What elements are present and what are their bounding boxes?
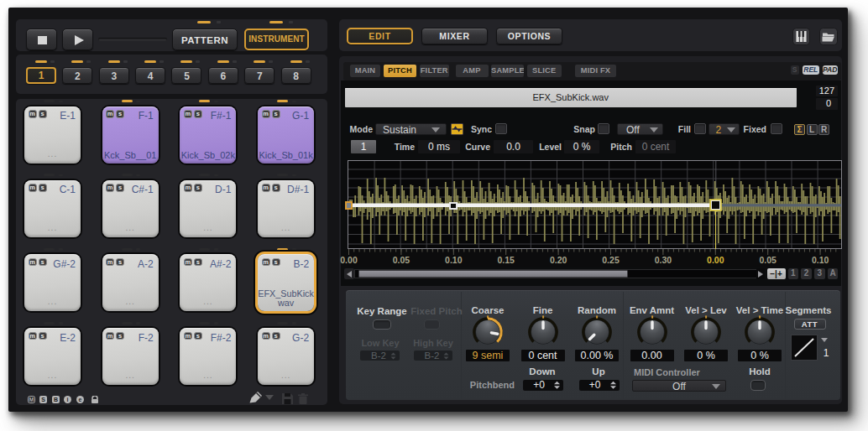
svg-text:0.05: 0.05 xyxy=(393,255,410,265)
svg-text:B: B xyxy=(54,397,58,402)
svg-text:0.00: 0.00 xyxy=(340,255,358,265)
svg-text:S: S xyxy=(41,397,45,402)
svg-text:0.20: 0.20 xyxy=(550,255,567,265)
svg-text:0.30: 0.30 xyxy=(655,255,672,265)
svg-text:0.25: 0.25 xyxy=(602,255,620,265)
svg-text:0.00: 0.00 xyxy=(707,255,724,265)
svg-text:M: M xyxy=(29,397,34,402)
svg-text:0.10: 0.10 xyxy=(812,255,829,265)
svg-text:0.10: 0.10 xyxy=(445,255,463,265)
svg-text:e: e xyxy=(78,397,81,402)
svg-text:0.15: 0.15 xyxy=(497,255,515,265)
svg-text:i: i xyxy=(67,397,69,402)
svg-text:0.05: 0.05 xyxy=(759,255,776,265)
